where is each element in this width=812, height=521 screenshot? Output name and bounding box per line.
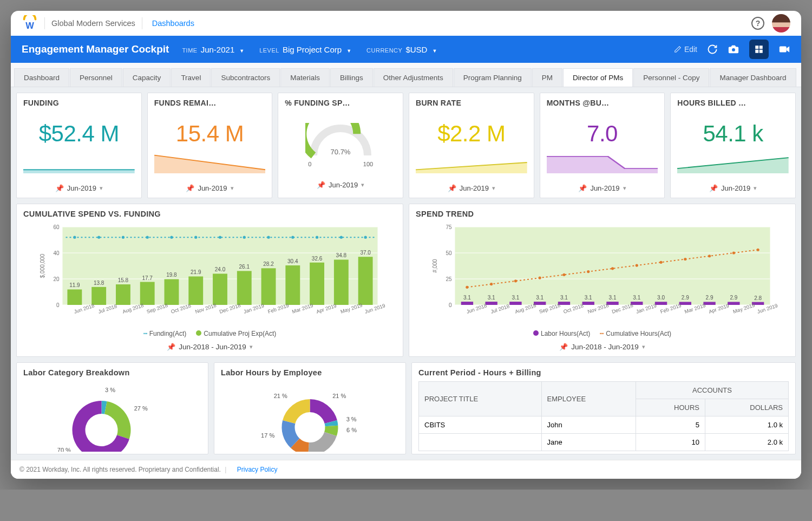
tab-personnel---copy[interactable]: Personnel - Copy bbox=[633, 68, 709, 87]
kpi-1: FUNDS REMAI…15.4 M 📌Jun-2019▾ bbox=[147, 93, 273, 198]
camera-icon[interactable] bbox=[728, 43, 739, 55]
svg-point-115 bbox=[539, 276, 541, 279]
svg-text:3.1: 3.1 bbox=[633, 295, 640, 301]
svg-text:37.0: 37.0 bbox=[360, 250, 371, 256]
svg-text:3.1: 3.1 bbox=[609, 295, 617, 301]
svg-point-122 bbox=[708, 255, 711, 257]
svg-point-52 bbox=[122, 236, 125, 239]
svg-rect-47 bbox=[358, 257, 373, 305]
billing-table: PROJECT TITLE EMPLOYEE ACCOUNTS HOURS DO… bbox=[418, 381, 789, 451]
chevron-down-icon: ▾ bbox=[250, 343, 253, 350]
svg-text:24.0: 24.0 bbox=[215, 266, 226, 272]
legend-cum-hours: ┅Cumulative Hours(Act) bbox=[600, 330, 671, 337]
svg-point-58 bbox=[267, 236, 270, 239]
kpi-period-selector[interactable]: 📌Jun-2019▾ bbox=[154, 184, 266, 192]
tabbar: DashboardPersonnelCapacityTravelSubcontr… bbox=[11, 63, 801, 87]
filter-time[interactable]: TIMEJun-2021▼ bbox=[182, 45, 244, 54]
tab-other-adjustments[interactable]: Other Adjustments bbox=[374, 68, 453, 87]
kpi-period-selector[interactable]: 📌Jun-2019▾ bbox=[677, 184, 789, 192]
svg-text:3.0: 3.0 bbox=[657, 295, 665, 301]
pin-icon: 📌 bbox=[578, 184, 587, 192]
kpi-period-selector[interactable]: 📌Jun-2019▾ bbox=[547, 184, 658, 192]
tab-subcontractors[interactable]: Subcontractors bbox=[211, 68, 280, 87]
svg-text:3.1: 3.1 bbox=[512, 295, 519, 301]
help-icon[interactable]: ? bbox=[751, 17, 764, 30]
svg-rect-86 bbox=[461, 302, 473, 305]
svg-point-119 bbox=[636, 264, 638, 266]
tab-pm[interactable]: PM bbox=[532, 68, 562, 87]
svg-text:30.4: 30.4 bbox=[287, 258, 298, 264]
svg-text:11.9: 11.9 bbox=[69, 282, 80, 288]
table-hours-billing: Current Period - Hours + Billing PROJECT… bbox=[411, 362, 796, 454]
tab-materials[interactable]: Materials bbox=[280, 68, 330, 87]
svg-rect-96 bbox=[582, 302, 594, 305]
svg-marker-8 bbox=[154, 155, 266, 173]
workday-logo[interactable]: W bbox=[22, 15, 38, 31]
svg-point-112 bbox=[466, 286, 468, 289]
svg-rect-37 bbox=[237, 271, 252, 305]
svg-text:6 %: 6 % bbox=[346, 427, 357, 433]
chart2-period-selector[interactable]: 📌Jun-2018 - Jun-2019▾ bbox=[416, 343, 789, 351]
svg-point-113 bbox=[490, 283, 493, 285]
kpi-period-selector[interactable]: 📌Jun-2019▾ bbox=[416, 184, 527, 192]
svg-rect-33 bbox=[188, 276, 203, 305]
pin-icon: 📌 bbox=[559, 343, 568, 351]
svg-point-117 bbox=[587, 270, 590, 273]
chart-spend-trend: SPEND TREND 0255075#,0003.13.13.13.13.13… bbox=[409, 204, 796, 357]
svg-text:40: 40 bbox=[53, 250, 60, 256]
grid-view-button[interactable] bbox=[749, 40, 769, 59]
svg-text:19.8: 19.8 bbox=[166, 272, 177, 278]
svg-rect-43 bbox=[310, 263, 324, 305]
svg-text:17.7: 17.7 bbox=[142, 275, 153, 281]
table-row[interactable]: Jane102.0 k bbox=[419, 434, 789, 451]
svg-text:50: 50 bbox=[446, 250, 452, 256]
tab-director-of-pms[interactable]: Director of PMs bbox=[563, 68, 633, 87]
svg-text:70.7%: 70.7% bbox=[331, 148, 351, 156]
tab-manager-dashboard[interactable]: Manager Dashboard bbox=[710, 68, 796, 87]
svg-text:75: 75 bbox=[446, 224, 452, 230]
svg-rect-88 bbox=[485, 302, 497, 305]
tab-capacity[interactable]: Capacity bbox=[123, 68, 171, 87]
filter-currency[interactable]: CURRENCY$USD▼ bbox=[366, 45, 437, 54]
svg-rect-106 bbox=[703, 302, 715, 305]
svg-point-116 bbox=[562, 273, 565, 276]
breadcrumb-dashboards[interactable]: Dashboards bbox=[152, 19, 194, 28]
pin-icon: 📌 bbox=[709, 184, 718, 192]
tab-billings[interactable]: Billings bbox=[330, 68, 373, 87]
kpi-period-selector[interactable]: 📌Jun-2019▾ bbox=[23, 184, 135, 192]
svg-text:3.1: 3.1 bbox=[585, 295, 592, 301]
tab-program-planning[interactable]: Program Planning bbox=[454, 68, 532, 87]
tab-dashboard[interactable]: Dashboard bbox=[14, 68, 69, 87]
refresh-icon[interactable] bbox=[707, 44, 718, 55]
legend-proj-exp: Cumulative Proj Exp(Act) bbox=[196, 330, 276, 337]
svg-rect-27 bbox=[116, 284, 130, 305]
privacy-link[interactable]: Privacy Policy bbox=[237, 466, 278, 473]
footer: © 2021 Workday, Inc. All rights reserved… bbox=[11, 460, 801, 479]
svg-point-54 bbox=[170, 236, 173, 239]
svg-rect-6 bbox=[780, 47, 787, 53]
svg-text:15.8: 15.8 bbox=[118, 277, 129, 283]
svg-text:2.9: 2.9 bbox=[682, 295, 689, 301]
svg-rect-102 bbox=[655, 302, 667, 305]
kpi-period-selector[interactable]: 📌Jun-2019▾ bbox=[285, 181, 396, 189]
svg-text:32.6: 32.6 bbox=[312, 256, 323, 262]
svg-rect-108 bbox=[728, 302, 739, 305]
svg-text:17 %: 17 % bbox=[261, 432, 274, 439]
svg-text:25: 25 bbox=[446, 276, 452, 282]
avatar[interactable] bbox=[772, 14, 790, 32]
svg-text:2.9: 2.9 bbox=[706, 295, 713, 301]
filter-level[interactable]: LEVELBig Project Corp▼ bbox=[259, 45, 351, 54]
svg-text:0: 0 bbox=[56, 302, 60, 308]
svg-point-55 bbox=[194, 236, 197, 239]
table-row[interactable]: CBITSJohn51.0 k bbox=[419, 416, 789, 434]
tab-personnel[interactable]: Personnel bbox=[70, 68, 122, 87]
video-icon[interactable] bbox=[778, 43, 790, 55]
svg-marker-7 bbox=[23, 170, 135, 173]
chart1-period-selector[interactable]: 📌Jun-2018 - Jun-2019▾ bbox=[23, 343, 396, 351]
tab-travel[interactable]: Travel bbox=[171, 68, 211, 87]
edit-button[interactable]: Edit bbox=[674, 45, 697, 54]
svg-text:$,000,000: $,000,000 bbox=[40, 253, 45, 278]
svg-point-121 bbox=[684, 258, 686, 260]
svg-rect-2 bbox=[755, 45, 758, 49]
svg-point-62 bbox=[364, 236, 367, 239]
